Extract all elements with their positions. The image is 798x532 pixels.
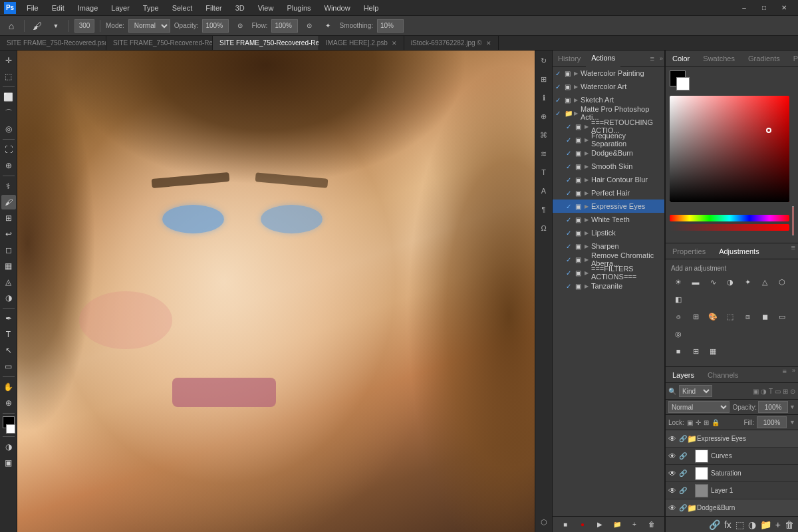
menu-file[interactable]: File (24, 3, 41, 13)
lock-artboards-icon[interactable]: ⊞ (704, 419, 709, 426)
paragraph-icon[interactable]: ¶ (537, 202, 551, 217)
text-tool[interactable]: T (1, 327, 16, 342)
opacity-input[interactable] (202, 19, 229, 33)
layer-comp-icon[interactable]: T (537, 165, 551, 180)
menu-filter[interactable]: Filter (203, 3, 224, 13)
layer-item-4[interactable]: 👁🔗📁Dodge&Burn (666, 499, 798, 516)
tab-3[interactable]: IMAGE HERE].2.psb ✕ (319, 36, 404, 51)
opacity-value-input[interactable] (758, 401, 788, 413)
menu-window[interactable]: Window (322, 3, 353, 13)
result-color[interactable] (792, 206, 794, 235)
exposure-adj-icon[interactable]: ◑ (723, 275, 737, 289)
action-item-1[interactable]: ✓▣▶Watercolor Art (553, 80, 664, 93)
swatches-tab[interactable]: Swatches (696, 51, 741, 66)
gradients-tab[interactable]: Gradients (741, 51, 787, 66)
hsl-adj-icon[interactable]: △ (757, 275, 772, 289)
photo-filter-adj-icon[interactable]: ⌾ (671, 309, 686, 324)
channel-mixer-adj-icon[interactable]: ⊞ (688, 309, 703, 324)
eraser-tool[interactable]: ◻ (1, 243, 16, 257)
invert-adj-icon[interactable]: ⬚ (723, 309, 737, 324)
text-filter-icon[interactable]: T (769, 388, 773, 395)
action-item-13[interactable]: ✓▣▶Sharpen (553, 239, 664, 253)
warp-icon[interactable]: ⌘ (537, 128, 551, 142)
action-item-2[interactable]: ✓▣▶Sketch Art (553, 93, 664, 106)
character-icon[interactable]: A (537, 184, 551, 198)
add-style-btn[interactable]: fx (724, 519, 732, 530)
layer-kind-select[interactable]: Kind (679, 385, 712, 397)
add-mask-btn[interactable]: ⬚ (735, 519, 744, 530)
action-item-10[interactable]: ✓▣▶Expressive Eyes (553, 200, 664, 213)
history-tab[interactable]: History (553, 51, 586, 66)
menu-image[interactable]: Image (75, 3, 101, 13)
blend-mode-select[interactable]: Normal (668, 401, 730, 413)
menu-plugins[interactable]: Plugins (284, 3, 313, 13)
menu-3d[interactable]: 3D (233, 3, 247, 13)
adjustment-filter-icon[interactable]: ◑ (761, 388, 767, 395)
solid-color-adj-icon[interactable]: ■ (671, 344, 686, 358)
color-tab[interactable]: Color (666, 51, 696, 66)
layer-filter-toggle[interactable]: ⊙ (790, 388, 795, 395)
action-item-3[interactable]: ✓📁▶Matte Pro Photoshop Acti... (553, 106, 664, 120)
opacity-chevron[interactable]: ▼ (789, 404, 795, 410)
quick-mask-mode[interactable]: ◑ (1, 440, 16, 454)
filter-icon[interactable]: ≋ (537, 146, 551, 161)
record-btn[interactable]: ● (577, 519, 589, 531)
vibrance-adj-icon[interactable]: ✦ (740, 275, 755, 289)
posterize-adj-icon[interactable]: ⧈ (740, 309, 755, 324)
menu-help[interactable]: Help (361, 3, 382, 13)
pressure-opacity-btn[interactable]: ⊙ (233, 19, 247, 33)
blur-tool[interactable]: ◬ (1, 275, 16, 289)
gradient-tool[interactable]: ▦ (1, 259, 16, 273)
screen-mode[interactable]: ▣ (1, 456, 16, 470)
brush-tool[interactable]: 🖌 (1, 195, 16, 209)
layer-visibility-3[interactable]: 👁 (668, 486, 679, 495)
gradient-fill-adj-icon[interactable]: ▦ (706, 344, 720, 358)
tab-4-close[interactable]: ✕ (486, 40, 491, 47)
action-item-7[interactable]: ✓▣▶Smooth Skin (553, 160, 664, 173)
layer-visibility-1[interactable]: 👁 (668, 452, 679, 461)
shape-tool[interactable]: ▭ (1, 359, 16, 374)
menu-select[interactable]: Select (170, 3, 196, 13)
flow-input[interactable] (271, 19, 298, 33)
action-item-5[interactable]: ✓▣▶Frequency Separation (553, 133, 664, 146)
new-action-set-btn[interactable]: 📁 (611, 519, 623, 531)
rotate-icon[interactable]: ↻ (537, 53, 551, 68)
smartobj-filter-icon[interactable]: ⊞ (783, 388, 788, 395)
smoothing-input[interactable] (377, 19, 404, 33)
history-brush-tool[interactable]: ↩ (1, 227, 16, 241)
pattern-adj-icon[interactable]: ⊞ (688, 344, 703, 358)
delete-layer-btn[interactable]: 🗑 (785, 519, 794, 530)
bw-adj-icon[interactable]: ◧ (671, 292, 686, 307)
brightness-adj-icon[interactable]: ☀ (671, 275, 686, 289)
quick-select-tool[interactable]: ◎ (1, 122, 16, 136)
tab-4[interactable]: iStock-693762282.jpg © ✕ (404, 36, 499, 51)
action-item-4[interactable]: ✓▣▶===RETOUCHING ACTIO... (553, 120, 664, 133)
adjustments-tab[interactable]: Adjustments (712, 243, 766, 259)
new-fill-adj-btn[interactable]: ◑ (748, 519, 756, 530)
eyedropper-tool[interactable]: ⊕ (1, 158, 16, 173)
delete-action-btn[interactable]: 🗑 (646, 519, 658, 531)
stop-btn[interactable]: ■ (559, 519, 571, 531)
layers-collapse-btn[interactable]: » (789, 367, 798, 382)
gradient-map-adj-icon[interactable]: ▭ (775, 309, 789, 324)
lock-pixels-icon[interactable]: ▣ (687, 419, 693, 426)
colorbalance-adj-icon[interactable]: ⬡ (775, 275, 789, 289)
pressure-flow-btn[interactable]: ⊙ (302, 19, 317, 33)
hand-tool[interactable]: ✋ (1, 380, 16, 394)
layers-tab[interactable]: Layers (666, 367, 701, 383)
actions-tab[interactable]: Actions (586, 51, 620, 66)
home-button[interactable]: ⌂ (4, 19, 19, 33)
spot-heal-tool[interactable]: ⚕ (1, 179, 16, 194)
selective-color-adj-icon[interactable]: ◎ (671, 327, 686, 341)
background-color[interactable] (6, 424, 15, 434)
tab-1[interactable]: SITE FRAME_750-Recovered-Recovered.psd ✕ (106, 36, 213, 51)
new-group-btn[interactable]: 📁 (760, 519, 771, 530)
alpha-slider[interactable] (670, 224, 789, 231)
move-tool[interactable]: ✛ (1, 53, 16, 68)
action-item-11[interactable]: ✓▣▶White Teeth (553, 213, 664, 226)
path-select-tool[interactable]: ↖ (1, 343, 16, 358)
background-swatch[interactable] (676, 77, 690, 90)
close-button[interactable]: ✕ (774, 0, 794, 16)
play-btn[interactable]: ▶ (594, 519, 606, 531)
color-lookup-adj-icon[interactable]: 🎨 (706, 309, 720, 324)
